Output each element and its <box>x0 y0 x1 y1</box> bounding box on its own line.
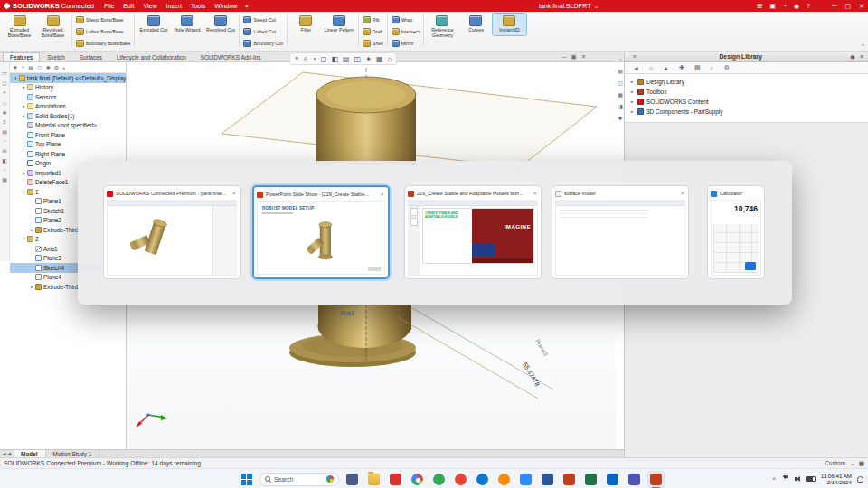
volume-icon[interactable] <box>795 476 800 482</box>
tree-item[interactable]: ▸ Annotations <box>10 102 126 112</box>
ribbon-button[interactable]: Revolved Boss/Base <box>36 14 70 41</box>
tree-item[interactable]: ▾ task final (Default) <<Default>_Displa… <box>10 73 126 83</box>
ribbon-button[interactable]: Lofted Cut <box>241 25 277 37</box>
taskbar-app-icon[interactable] <box>495 471 513 488</box>
doc-title-chevron-icon[interactable]: ⌄ <box>593 3 599 10</box>
left-edge-icon[interactable]: ◇ <box>3 99 7 106</box>
titlebar-icon[interactable]: ◔ <box>783 3 787 9</box>
ribbon-button[interactable]: Fillet <box>289 14 323 35</box>
commandmanager-tab[interactable]: Sketch <box>40 52 72 61</box>
menu-item[interactable]: Window <box>210 0 241 12</box>
ribbon-button[interactable]: Intersect <box>390 25 421 37</box>
ribbon-button[interactable]: Boundary Boss/Base <box>74 37 132 49</box>
window-control-button[interactable]: ─ <box>833 3 837 9</box>
ribbon-collapse-button[interactable]: ^ <box>862 42 864 49</box>
window-control-button[interactable]: ▢ <box>845 3 852 10</box>
tree-item[interactable]: ▸ History <box>10 83 126 93</box>
hud-icon[interactable]: ⌕ <box>304 54 307 63</box>
switcher-card-powerpoint-show[interactable]: PowerPoint Slide Show - [229_Create Stab… <box>252 185 390 279</box>
left-edge-icon[interactable]: ◔ <box>3 138 6 144</box>
expand-arrow-icon[interactable]: ▾ <box>21 237 27 241</box>
expand-arrow-icon[interactable]: ▾ <box>21 190 27 194</box>
model-tab[interactable]: Model <box>14 450 45 457</box>
card-close-button[interactable]: ✕ <box>679 191 685 196</box>
library-tree-item[interactable]: ▸ SOLIDWORKS Content <box>625 97 868 107</box>
model-tab[interactable]: Motion Study 1 <box>46 450 100 457</box>
ribbon-button[interactable]: Draft <box>361 25 384 37</box>
taskbar-app-icon[interactable] <box>604 471 621 488</box>
titlebar-icon[interactable]: ? <box>807 3 810 9</box>
custom-view-label[interactable]: Custom <box>825 460 845 466</box>
ribbon-button[interactable]: Shell <box>361 37 385 49</box>
expand-arrow-icon[interactable]: ▸ <box>631 109 637 114</box>
document-window-control[interactable]: ─ <box>562 53 567 61</box>
menu-item[interactable]: File <box>99 0 118 12</box>
taskbar-app-icon[interactable] <box>626 471 643 488</box>
expand-arrow-icon[interactable]: ▸ <box>631 80 637 84</box>
battery-icon[interactable] <box>806 476 816 482</box>
ribbon-button[interactable]: Reference Geometry <box>426 14 459 41</box>
library-tree-item[interactable]: ▸ 3D Components - PartSupply <box>625 107 868 117</box>
library-toolbar-icon[interactable]: ▤ <box>694 64 701 71</box>
tree-toolbar-icon[interactable]: ◫ <box>37 64 42 70</box>
taskbar-app-icon[interactable] <box>474 471 491 488</box>
ribbon-button[interactable]: Extruded Boss/Base <box>3 14 36 41</box>
expand-arrow-icon[interactable]: ▸ <box>21 85 27 89</box>
ribbon-button[interactable]: Boundary Cut <box>241 37 284 49</box>
ribbon-button[interactable]: Lofted Boss/Base <box>74 25 126 37</box>
expand-arrow-icon[interactable]: ▾ <box>13 76 19 80</box>
panel-close-icon[interactable]: ✕ <box>860 53 864 61</box>
menu-item[interactable]: View <box>138 0 161 12</box>
tree-item[interactable]: ▸ Solid Bodies(1) <box>10 111 126 121</box>
ribbon-button[interactable]: Swept Cut <box>241 14 277 25</box>
titlebar-icon[interactable]: ⊞ <box>757 3 762 10</box>
switcher-card-surface-model[interactable]: surface model ✕ <box>552 185 689 279</box>
expand-arrow-icon[interactable]: ▸ <box>631 89 637 94</box>
ribbon-button[interactable]: Hole Wizard <box>170 14 203 35</box>
pin-icon[interactable]: ✦ <box>244 3 249 9</box>
taskbar-app-icon[interactable] <box>344 471 361 488</box>
tree-item[interactable]: Top Plane <box>10 140 126 150</box>
task-pane-tab-icon[interactable]: ◨ <box>618 103 623 109</box>
tray-chevron-icon[interactable]: ^ <box>772 476 775 483</box>
commandmanager-tab[interactable]: Features <box>3 52 40 61</box>
tree-toolbar-icon[interactable]: ▼ <box>13 65 18 70</box>
left-edge-icon[interactable]: ▤ <box>2 128 7 135</box>
document-window-control[interactable]: ✕ <box>581 53 586 61</box>
card-close-button[interactable]: ✕ <box>532 191 538 196</box>
library-tree-item[interactable]: ▸ Design Library <box>625 77 868 87</box>
left-edge-icon[interactable]: ○ <box>3 167 6 173</box>
left-edge-icon[interactable]: ▭ <box>2 70 7 76</box>
left-edge-icon[interactable]: ✚ <box>2 109 6 116</box>
tree-item[interactable]: Front Plane <box>10 130 126 140</box>
task-pane-tab-icon[interactable]: ▤ <box>618 68 623 74</box>
ribbon-button[interactable]: Swept Boss/Base <box>74 14 126 25</box>
commandmanager-tab[interactable]: Lifecycle and Collaboration <box>109 52 193 61</box>
hud-icon[interactable]: ◔ <box>312 55 316 63</box>
hud-icon[interactable]: ▦ <box>376 55 383 63</box>
tree-toolbar-icon[interactable]: ▤ <box>28 64 33 70</box>
hud-icon[interactable]: ▤ <box>343 55 350 63</box>
tree-toolbar-icon[interactable]: ⚙ <box>54 64 59 70</box>
titlebar-icon[interactable]: ◉ <box>794 3 799 10</box>
taskbar-app-icon[interactable] <box>387 471 404 488</box>
ribbon-button[interactable]: Curves <box>459 14 493 35</box>
switcher-card-solidworks[interactable]: SOLIDWORKS Connected Premium - [tank fin… <box>103 185 241 279</box>
menu-item[interactable]: Edit <box>118 0 138 12</box>
expand-arrow-icon[interactable]: ▸ <box>21 104 27 108</box>
tab-scroll-arrows[interactable]: ◀◀ <box>0 452 14 456</box>
switcher-card-powerpoint-edit[interactable]: 229_Create Stable and Adaptable Models w… <box>404 185 542 279</box>
tree-toolbar-icon[interactable]: » <box>62 65 65 70</box>
ribbon-button[interactable]: Revolved Cut <box>203 14 237 35</box>
hud-icon[interactable]: ◧ <box>331 55 338 63</box>
expand-arrow-icon[interactable]: ▸ <box>21 171 27 175</box>
taskbar-app-icon[interactable] <box>517 471 534 488</box>
hud-icon[interactable]: ⌖ <box>295 54 299 63</box>
card-close-button[interactable]: ✕ <box>231 191 237 196</box>
library-toolbar-icon[interactable]: ⌂ <box>649 65 653 71</box>
menu-item[interactable]: Insert <box>161 0 186 12</box>
taskbar-app-icon[interactable] <box>561 471 578 488</box>
status-icon[interactable]: ⌄ <box>850 460 855 467</box>
left-edge-icon[interactable]: ▦ <box>2 176 7 183</box>
notifications-icon[interactable] <box>857 476 863 483</box>
